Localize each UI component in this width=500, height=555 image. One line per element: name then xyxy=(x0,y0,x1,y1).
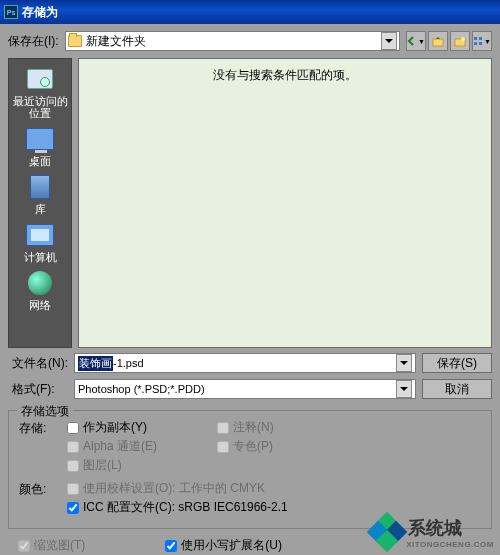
svg-point-2 xyxy=(461,37,465,41)
svg-rect-3 xyxy=(474,37,477,40)
save-in-row: 保存在(I): 新建文件夹 ▼ ▼ xyxy=(8,30,492,52)
save-button[interactable]: 保存(S) xyxy=(422,353,492,373)
back-button[interactable]: ▼ xyxy=(406,31,426,51)
svg-rect-0 xyxy=(433,39,443,46)
checkbox-layers: 图层(L) xyxy=(67,457,217,474)
filename-label: 文件名(N): xyxy=(8,355,74,372)
places-library[interactable]: 库 xyxy=(10,173,70,215)
places-bar: 最近访问的位置 桌面 库 计算机 网络 xyxy=(8,58,72,348)
file-rows: 文件名(N): 装饰画-1.psd 保存(S) 格式(F): Photoshop… xyxy=(8,352,492,400)
checkbox-annotations: 注释(N) xyxy=(217,419,367,436)
lookin-value: 新建文件夹 xyxy=(86,33,146,50)
cancel-button[interactable]: 取消 xyxy=(422,379,492,399)
filename-selected-text: 装饰画 xyxy=(78,356,113,371)
filename-combobox[interactable]: 装饰画-1.psd xyxy=(74,353,416,373)
format-label: 格式(F): xyxy=(8,381,74,398)
save-options-group: 存储选项 存储: 作为副本(Y) Alpha 通道(E) 图层(L) 注释(N)… xyxy=(8,410,492,529)
recent-places-icon xyxy=(27,69,53,89)
checkbox-icc-profile[interactable]: ICC 配置文件(C): sRGB IEC61966-2.1 xyxy=(67,499,288,516)
filename-ext-text: -1.psd xyxy=(113,357,144,369)
places-computer-label: 计算机 xyxy=(24,251,57,263)
bottom-options-row: 缩览图(T) 使用小写扩展名(U) xyxy=(8,537,492,554)
format-dropdown-button[interactable] xyxy=(396,380,412,398)
checkbox-alpha: Alpha 通道(E) xyxy=(67,438,217,455)
network-icon xyxy=(28,271,52,295)
app-icon: Ps xyxy=(4,5,18,19)
format-combobox[interactable]: Photoshop (*.PSD;*.PDD) xyxy=(74,379,416,399)
lookin-combobox[interactable]: 新建文件夹 xyxy=(65,31,400,51)
svg-rect-5 xyxy=(474,42,477,45)
folder-up-icon xyxy=(432,35,444,47)
dropdown-arrow-icon: ▼ xyxy=(484,38,491,45)
save-sublabel: 存储: xyxy=(19,419,67,437)
desktop-icon xyxy=(26,128,54,150)
checkbox-spot: 专色(P) xyxy=(217,438,367,455)
up-one-level-button[interactable] xyxy=(428,31,448,51)
new-folder-icon xyxy=(454,35,466,47)
dialog-body: 保存在(I): 新建文件夹 ▼ ▼ xyxy=(0,24,500,555)
lookin-dropdown-button[interactable] xyxy=(381,32,397,50)
empty-listing-text: 没有与搜索条件匹配的项。 xyxy=(213,67,357,347)
save-options-title: 存储选项 xyxy=(17,403,73,420)
checkbox-thumbnail: 缩览图(T) xyxy=(18,537,85,554)
format-value: Photoshop (*.PSD;*.PDD) xyxy=(78,383,205,395)
places-network[interactable]: 网络 xyxy=(10,269,70,311)
file-listing[interactable]: 没有与搜索条件匹配的项。 xyxy=(78,58,492,348)
save-in-label: 保存在(I): xyxy=(8,33,59,50)
checkbox-lowercase-ext[interactable]: 使用小写扩展名(U) xyxy=(165,537,282,554)
folder-icon xyxy=(68,35,82,47)
toolbar: ▼ ▼ xyxy=(406,31,492,51)
places-desktop-label: 桌面 xyxy=(29,155,51,167)
filename-dropdown-button[interactable] xyxy=(396,354,412,372)
save-as-dialog: Ps 存储为 保存在(I): 新建文件夹 ▼ xyxy=(0,0,500,555)
views-button[interactable]: ▼ xyxy=(472,31,492,51)
mid-section: 最近访问的位置 桌面 库 计算机 网络 xyxy=(8,58,492,348)
library-icon xyxy=(30,175,50,199)
back-icon xyxy=(407,35,417,47)
svg-rect-6 xyxy=(479,42,482,45)
checkbox-as-copy[interactable]: 作为副本(Y) xyxy=(67,419,217,436)
color-sublabel: 颜色: xyxy=(19,480,67,498)
views-icon xyxy=(473,35,483,47)
places-network-label: 网络 xyxy=(29,299,51,311)
new-folder-button[interactable] xyxy=(450,31,470,51)
svg-rect-4 xyxy=(479,37,482,40)
computer-icon xyxy=(26,224,54,246)
places-desktop[interactable]: 桌面 xyxy=(10,125,70,167)
dropdown-arrow-icon: ▼ xyxy=(418,38,425,45)
places-library-label: 库 xyxy=(35,203,46,215)
dialog-title: 存储为 xyxy=(22,4,58,21)
places-computer[interactable]: 计算机 xyxy=(10,221,70,263)
places-recent-label: 最近访问的位置 xyxy=(10,95,70,119)
places-recent[interactable]: 最近访问的位置 xyxy=(10,65,70,119)
titlebar[interactable]: Ps 存储为 xyxy=(0,0,500,24)
checkbox-proof: 使用校样设置(O): 工作中的 CMYK xyxy=(67,480,288,497)
